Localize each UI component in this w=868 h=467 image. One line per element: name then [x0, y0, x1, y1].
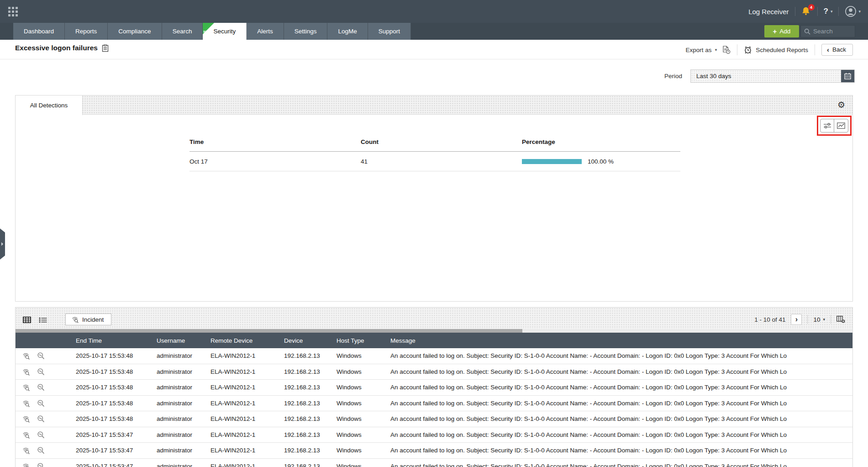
top-bar: Log Receiver 4 ? ▾ ▾ — [0, 0, 868, 23]
user-menu[interactable]: ▾ — [845, 5, 861, 17]
cell-message: An account failed to log on. Subject: Se… — [390, 431, 852, 438]
cell-device: 192.168.2.13 — [284, 431, 337, 438]
page-size-value: 10 — [813, 316, 820, 323]
nav-tab-alerts[interactable]: Alerts — [247, 23, 284, 40]
nav-tab-search[interactable]: Search — [162, 23, 203, 40]
search-analyze-icon[interactable] — [37, 352, 45, 360]
cell-message: An account failed to log on. Subject: Se… — [390, 415, 852, 422]
incident-report-icon[interactable] — [22, 399, 30, 407]
nav-tab-reports[interactable]: Reports — [65, 23, 108, 40]
product-name: Log Receiver — [748, 8, 789, 16]
cell-message: An account failed to log on. Subject: Se… — [390, 400, 852, 407]
help-menu[interactable]: ? ▾ — [824, 7, 833, 16]
export-as-menu[interactable]: Export as ▾ — [686, 46, 731, 54]
report-header: Excessive logon failures Export as ▾ — [0, 40, 868, 59]
chevron-down-icon: ▾ — [858, 9, 861, 14]
search-analyze-icon[interactable] — [37, 431, 45, 439]
cell-host-type: Windows — [337, 431, 390, 438]
divider — [795, 7, 795, 16]
table-row[interactable]: 2025-10-17 15:53:48 administrator ELA-WI… — [16, 380, 852, 396]
grid-view-button[interactable] — [21, 314, 33, 325]
gear-icon[interactable]: ⚙ — [837, 99, 845, 111]
nav-tab-dashboard[interactable]: Dashboard — [13, 23, 65, 40]
page-title: Excessive logon failures — [15, 44, 109, 52]
table-row[interactable]: 2025-10-17 15:53:47 administrator ELA-WI… — [16, 443, 852, 459]
search-analyze-icon[interactable] — [37, 383, 45, 391]
table-row[interactable]: 2025-10-17 15:53:47 administrator ELA-WI… — [16, 427, 852, 443]
cell-host-type: Windows — [337, 352, 390, 359]
horizontal-scrollbar-thumb[interactable] — [16, 329, 522, 333]
divider — [815, 44, 815, 55]
scheduled-reports-button[interactable]: Scheduled Reports — [744, 46, 808, 54]
summary-col-count: Count — [361, 138, 522, 145]
incident-report-icon[interactable] — [22, 415, 30, 423]
page-size-dropdown[interactable]: 10 ▾ — [813, 316, 825, 323]
chart-icon — [837, 122, 845, 129]
report-doc-icon[interactable] — [102, 44, 109, 52]
cell-host-type: Windows — [337, 384, 390, 391]
chevron-down-icon: ▾ — [823, 317, 825, 322]
table-row[interactable]: 2025-10-17 15:53:48 administrator ELA-WI… — [16, 396, 852, 412]
cell-remote-device: ELA-WIN2012-1 — [210, 368, 284, 375]
log-col-remote-device: Remote Device — [210, 337, 284, 344]
export-as-label: Export as — [686, 47, 712, 53]
log-col-username: Username — [157, 337, 210, 344]
side-panel-expand-handle[interactable] — [0, 228, 5, 260]
back-button[interactable]: ‹ Back — [821, 44, 853, 56]
table-row[interactable]: 2025-10-17 15:53:48 administrator ELA-WI… — [16, 348, 852, 364]
table-row[interactable]: 2025-10-17 15:53:47 administrator ELA-WI… — [16, 459, 852, 467]
nav-tab-settings[interactable]: Settings — [284, 23, 328, 40]
search-analyze-icon[interactable] — [37, 415, 45, 423]
nav-tab-compliance[interactable]: Compliance — [108, 23, 162, 40]
help-icon: ? — [824, 7, 828, 16]
annotation-highlight-box — [817, 116, 852, 136]
nav-tab-support[interactable]: Support — [368, 23, 411, 40]
horizontal-scrollbar — [16, 329, 852, 333]
add-button[interactable]: + Add — [764, 25, 799, 37]
apps-grid-icon[interactable] — [8, 7, 18, 16]
table-view-toggle[interactable] — [821, 119, 834, 132]
nav-tab-security[interactable]: NEWSecurity — [203, 23, 247, 40]
cell-remote-device: ELA-WIN2012-1 — [210, 415, 284, 422]
cell-username: administrator — [157, 352, 210, 359]
next-page-button[interactable]: › — [791, 314, 802, 325]
cell-remote-device: ELA-WIN2012-1 — [210, 431, 284, 438]
manage-columns-icon[interactable] — [836, 316, 845, 323]
search-input[interactable] — [813, 28, 850, 35]
notifications-bell-icon[interactable]: 4 — [801, 6, 811, 16]
chevron-right-icon — [1, 242, 3, 246]
nav-tab-label: Search — [173, 28, 192, 35]
incident-report-icon[interactable] — [22, 383, 30, 391]
grid-view-icon — [23, 317, 31, 323]
tab-all-detections[interactable]: All Detections — [16, 96, 83, 115]
period-value[interactable]: Last 30 days — [691, 70, 841, 82]
search-analyze-icon[interactable] — [37, 399, 45, 407]
incident-report-icon[interactable] — [22, 352, 30, 360]
log-table: End Time Username Remote Device Device H… — [16, 333, 852, 467]
percentage-label: 100.00 % — [588, 158, 614, 165]
search-analyze-icon[interactable] — [37, 446, 45, 454]
period-selector[interactable]: Last 30 days — [690, 69, 855, 83]
calendar-button[interactable] — [841, 70, 854, 82]
nav-tab-logme[interactable]: LogMe — [327, 23, 368, 40]
search-analyze-icon[interactable] — [37, 462, 45, 467]
incident-report-icon[interactable] — [22, 368, 30, 376]
chart-view-toggle[interactable] — [834, 119, 848, 132]
export-file-icon[interactable] — [722, 46, 731, 54]
incident-button[interactable]: Incident — [65, 313, 111, 325]
table-row[interactable]: 2025-10-17 15:53:48 administrator ELA-WI… — [16, 364, 852, 380]
main-nav: DashboardReportsComplianceSearchNEWSecur… — [0, 23, 868, 40]
cell-end-time: 2025-10-17 15:53:48 — [76, 415, 157, 422]
chevron-left-icon: ‹ — [827, 46, 829, 53]
search-analyze-icon[interactable] — [37, 368, 45, 376]
list-view-button[interactable] — [37, 314, 49, 325]
table-row[interactable]: 2025-10-17 15:53:48 administrator ELA-WI… — [16, 411, 852, 427]
summary-time: Oct 17 — [189, 158, 361, 165]
incident-report-icon[interactable] — [22, 431, 30, 439]
summary-col-percentage: Percentage — [522, 138, 680, 145]
incident-report-icon[interactable] — [22, 462, 30, 467]
incident-report-icon[interactable] — [22, 446, 30, 454]
cell-username: administrator — [157, 463, 210, 467]
sliders-icon — [823, 122, 831, 129]
global-search-box[interactable] — [800, 25, 855, 37]
